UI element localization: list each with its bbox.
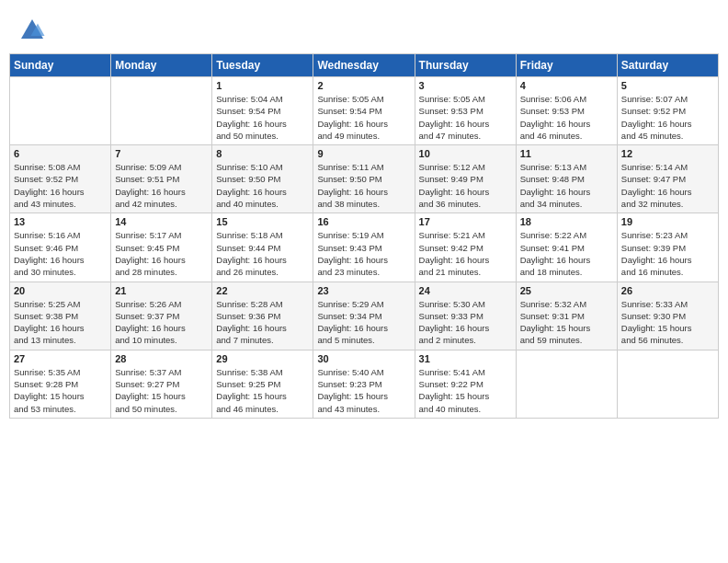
day-number: 30 xyxy=(317,353,410,364)
calendar-cell: 24Sunrise: 5:30 AM Sunset: 9:33 PM Dayli… xyxy=(415,282,516,350)
day-info: Sunrise: 5:38 AM Sunset: 9:25 PM Dayligh… xyxy=(216,366,309,415)
calendar-cell: 17Sunrise: 5:21 AM Sunset: 9:42 PM Dayli… xyxy=(415,213,516,282)
day-info: Sunrise: 5:30 AM Sunset: 9:33 PM Dayligh… xyxy=(419,298,512,347)
day-number: 31 xyxy=(419,353,512,364)
day-number: 8 xyxy=(216,148,309,159)
day-info: Sunrise: 5:41 AM Sunset: 9:22 PM Dayligh… xyxy=(419,366,512,415)
weekday-header-row: SundayMondayTuesdayWednesdayThursdayFrid… xyxy=(10,54,719,77)
calendar-cell: 9Sunrise: 5:11 AM Sunset: 9:50 PM Daylig… xyxy=(313,145,415,213)
day-info: Sunrise: 5:10 AM Sunset: 9:50 PM Dayligh… xyxy=(216,161,309,210)
calendar-cell: 10Sunrise: 5:12 AM Sunset: 9:49 PM Dayli… xyxy=(415,145,516,213)
day-info: Sunrise: 5:22 AM Sunset: 9:41 PM Dayligh… xyxy=(520,229,613,278)
day-number: 28 xyxy=(115,353,208,364)
day-info: Sunrise: 5:05 AM Sunset: 9:53 PM Dayligh… xyxy=(419,93,512,142)
calendar-table: SundayMondayTuesdayWednesdayThursdayFrid… xyxy=(9,53,719,419)
day-number: 16 xyxy=(317,216,410,227)
calendar-week-row: 6Sunrise: 5:08 AM Sunset: 9:52 PM Daylig… xyxy=(10,145,719,213)
day-number: 29 xyxy=(216,353,309,364)
calendar-cell: 19Sunrise: 5:23 AM Sunset: 9:39 PM Dayli… xyxy=(617,213,718,282)
day-number: 19 xyxy=(621,216,714,227)
day-info: Sunrise: 5:14 AM Sunset: 9:47 PM Dayligh… xyxy=(621,161,714,210)
logo-icon xyxy=(18,17,46,44)
day-info: Sunrise: 5:40 AM Sunset: 9:23 PM Dayligh… xyxy=(317,366,410,415)
day-number: 18 xyxy=(520,216,613,227)
day-number: 9 xyxy=(317,148,410,159)
calendar-cell: 14Sunrise: 5:17 AM Sunset: 9:45 PM Dayli… xyxy=(111,213,212,282)
weekday-header: Thursday xyxy=(415,54,516,77)
day-number: 22 xyxy=(216,285,309,296)
weekday-header: Saturday xyxy=(617,54,718,77)
calendar-cell: 2Sunrise: 5:05 AM Sunset: 9:54 PM Daylig… xyxy=(313,77,415,145)
day-info: Sunrise: 5:17 AM Sunset: 9:45 PM Dayligh… xyxy=(115,229,208,278)
day-number: 1 xyxy=(216,80,309,91)
weekday-header: Tuesday xyxy=(212,54,313,77)
day-number: 12 xyxy=(621,148,714,159)
calendar-cell: 6Sunrise: 5:08 AM Sunset: 9:52 PM Daylig… xyxy=(10,145,111,213)
day-info: Sunrise: 5:21 AM Sunset: 9:42 PM Dayligh… xyxy=(419,229,512,278)
logo xyxy=(18,17,50,44)
calendar-cell: 3Sunrise: 5:05 AM Sunset: 9:53 PM Daylig… xyxy=(415,77,516,145)
day-number: 24 xyxy=(419,285,512,296)
weekday-header: Wednesday xyxy=(313,54,415,77)
day-info: Sunrise: 5:07 AM Sunset: 9:52 PM Dayligh… xyxy=(621,93,714,142)
day-number: 17 xyxy=(419,216,512,227)
calendar-cell: 29Sunrise: 5:38 AM Sunset: 9:25 PM Dayli… xyxy=(212,350,313,418)
weekday-header: Sunday xyxy=(10,54,111,77)
calendar-cell: 18Sunrise: 5:22 AM Sunset: 9:41 PM Dayli… xyxy=(516,213,617,282)
day-number: 14 xyxy=(115,216,208,227)
day-info: Sunrise: 5:29 AM Sunset: 9:34 PM Dayligh… xyxy=(317,298,410,347)
day-number: 4 xyxy=(520,80,613,91)
calendar-cell: 1Sunrise: 5:04 AM Sunset: 9:54 PM Daylig… xyxy=(212,77,313,145)
day-info: Sunrise: 5:32 AM Sunset: 9:31 PM Dayligh… xyxy=(520,298,613,347)
day-number: 2 xyxy=(317,80,410,91)
day-info: Sunrise: 5:26 AM Sunset: 9:37 PM Dayligh… xyxy=(115,298,208,347)
calendar-cell: 21Sunrise: 5:26 AM Sunset: 9:37 PM Dayli… xyxy=(111,282,212,350)
calendar-cell: 20Sunrise: 5:25 AM Sunset: 9:38 PM Dayli… xyxy=(10,282,111,350)
day-info: Sunrise: 5:23 AM Sunset: 9:39 PM Dayligh… xyxy=(621,229,714,278)
calendar-cell: 23Sunrise: 5:29 AM Sunset: 9:34 PM Dayli… xyxy=(313,282,415,350)
day-info: Sunrise: 5:33 AM Sunset: 9:30 PM Dayligh… xyxy=(621,298,714,347)
day-info: Sunrise: 5:09 AM Sunset: 9:51 PM Dayligh… xyxy=(115,161,208,210)
day-info: Sunrise: 5:28 AM Sunset: 9:36 PM Dayligh… xyxy=(216,298,309,347)
day-number: 13 xyxy=(14,216,107,227)
day-number: 3 xyxy=(419,80,512,91)
calendar-cell: 8Sunrise: 5:10 AM Sunset: 9:50 PM Daylig… xyxy=(212,145,313,213)
day-number: 6 xyxy=(14,148,107,159)
calendar-cell: 25Sunrise: 5:32 AM Sunset: 9:31 PM Dayli… xyxy=(516,282,617,350)
calendar-week-row: 20Sunrise: 5:25 AM Sunset: 9:38 PM Dayli… xyxy=(10,282,719,350)
day-info: Sunrise: 5:35 AM Sunset: 9:28 PM Dayligh… xyxy=(14,366,107,415)
day-info: Sunrise: 5:12 AM Sunset: 9:49 PM Dayligh… xyxy=(419,161,512,210)
calendar-cell: 4Sunrise: 5:06 AM Sunset: 9:53 PM Daylig… xyxy=(516,77,617,145)
day-info: Sunrise: 5:13 AM Sunset: 9:48 PM Dayligh… xyxy=(520,161,613,210)
day-number: 23 xyxy=(317,285,410,296)
day-info: Sunrise: 5:25 AM Sunset: 9:38 PM Dayligh… xyxy=(14,298,107,347)
day-number: 27 xyxy=(14,353,107,364)
day-info: Sunrise: 5:37 AM Sunset: 9:27 PM Dayligh… xyxy=(115,366,208,415)
calendar-cell: 16Sunrise: 5:19 AM Sunset: 9:43 PM Dayli… xyxy=(313,213,415,282)
calendar-cell: 30Sunrise: 5:40 AM Sunset: 9:23 PM Dayli… xyxy=(313,350,415,418)
day-info: Sunrise: 5:18 AM Sunset: 9:44 PM Dayligh… xyxy=(216,229,309,278)
day-info: Sunrise: 5:05 AM Sunset: 9:54 PM Dayligh… xyxy=(317,93,410,142)
calendar-cell: 13Sunrise: 5:16 AM Sunset: 9:46 PM Dayli… xyxy=(10,213,111,282)
day-number: 5 xyxy=(621,80,714,91)
calendar-cell xyxy=(10,77,111,145)
day-number: 15 xyxy=(216,216,309,227)
calendar-cell: 27Sunrise: 5:35 AM Sunset: 9:28 PM Dayli… xyxy=(10,350,111,418)
day-info: Sunrise: 5:16 AM Sunset: 9:46 PM Dayligh… xyxy=(14,229,107,278)
calendar-cell: 15Sunrise: 5:18 AM Sunset: 9:44 PM Dayli… xyxy=(212,213,313,282)
calendar-cell xyxy=(617,350,718,418)
calendar-cell xyxy=(516,350,617,418)
calendar-cell: 12Sunrise: 5:14 AM Sunset: 9:47 PM Dayli… xyxy=(617,145,718,213)
calendar-week-row: 13Sunrise: 5:16 AM Sunset: 9:46 PM Dayli… xyxy=(10,213,719,282)
calendar-cell: 7Sunrise: 5:09 AM Sunset: 9:51 PM Daylig… xyxy=(111,145,212,213)
calendar-week-row: 27Sunrise: 5:35 AM Sunset: 9:28 PM Dayli… xyxy=(10,350,719,418)
weekday-header: Friday xyxy=(516,54,617,77)
day-number: 20 xyxy=(14,285,107,296)
day-info: Sunrise: 5:04 AM Sunset: 9:54 PM Dayligh… xyxy=(216,93,309,142)
calendar-cell: 26Sunrise: 5:33 AM Sunset: 9:30 PM Dayli… xyxy=(617,282,718,350)
day-number: 11 xyxy=(520,148,613,159)
calendar-cell: 28Sunrise: 5:37 AM Sunset: 9:27 PM Dayli… xyxy=(111,350,212,418)
day-number: 26 xyxy=(621,285,714,296)
calendar-cell: 31Sunrise: 5:41 AM Sunset: 9:22 PM Dayli… xyxy=(415,350,516,418)
day-number: 7 xyxy=(115,148,208,159)
